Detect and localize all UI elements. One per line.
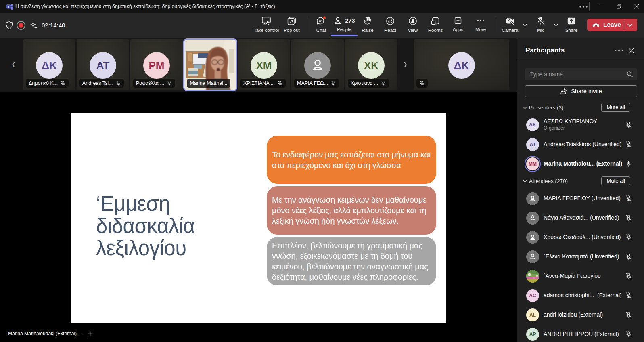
svg-text:T: T bbox=[8, 5, 10, 9]
